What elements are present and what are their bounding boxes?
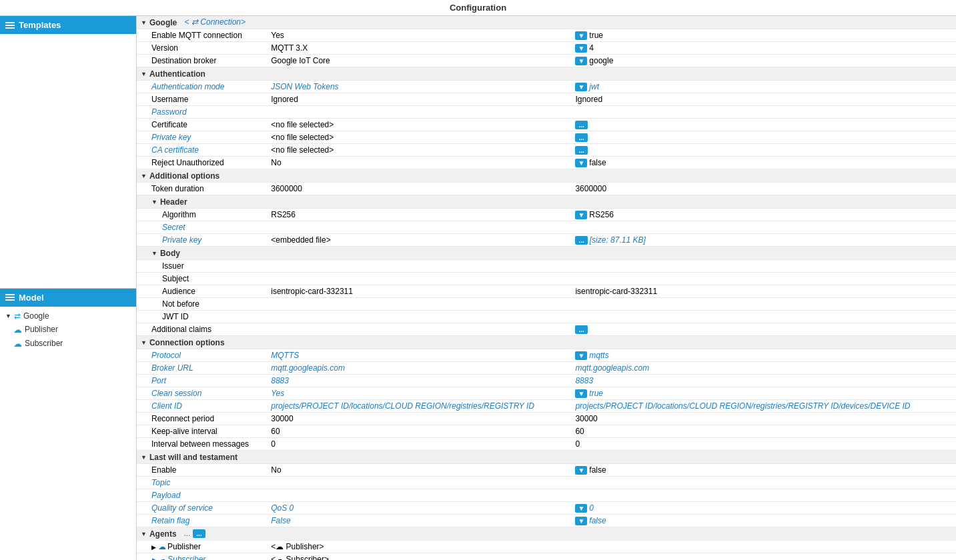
dots-button[interactable]: ... (575, 121, 587, 129)
table-row: Subject (137, 273, 956, 285)
override-value: 60 (575, 427, 584, 436)
field-value-cell: False (267, 515, 571, 527)
triangle-icon: ▼ (141, 454, 147, 461)
field-value-cell: Yes (267, 29, 571, 42)
field-value-cell (267, 273, 571, 285)
field-value-cell (267, 489, 571, 502)
table-row: ▼ Connection options (137, 336, 956, 349)
dots-button[interactable]: ... (575, 236, 587, 245)
field-name-cell: Quality of service (137, 502, 267, 515)
dropdown-button[interactable]: ▼ (575, 57, 587, 65)
dropdown-button[interactable]: ▼ (575, 351, 587, 360)
field-name-cell: Keep-alive interval (137, 425, 267, 438)
table-row: Retain flagFalse▼false (137, 515, 956, 527)
field-override-cell (571, 477, 956, 489)
field-name-cell: Enable MQTT connection (137, 29, 267, 42)
override-value: google (589, 56, 613, 65)
field-override-cell (571, 273, 956, 285)
sidebar-item-publisher[interactable]: ☁ Publisher (0, 323, 136, 337)
sidebar-section-model: Model ▼ ⇄ Google ☁ Publisher ☁ Subscribe… (0, 289, 136, 561)
field-override-cell: ... (571, 131, 956, 144)
sidebar-item-google[interactable]: ▼ ⇄ Google (0, 309, 136, 323)
field-name-cell: Port (137, 375, 267, 387)
field-name-cell: Private key (137, 234, 267, 247)
dropdown-button[interactable]: ▼ (575, 83, 587, 91)
field-name-cell: Audience (137, 285, 267, 298)
sidebar-header-templates[interactable]: Templates (0, 16, 136, 34)
field-name-cell: Protocol (137, 349, 267, 362)
table-row: Payload (137, 489, 956, 502)
field-value-cell: Google IoT Core (267, 55, 571, 67)
field-name-cell: Interval between messages (137, 438, 267, 451)
dots-button[interactable]: ... (575, 146, 587, 155)
section-toggle[interactable]: ▼ Authentication (141, 69, 205, 79)
field-value-cell: MQTTS (267, 349, 571, 362)
dots-button[interactable]: ... (193, 529, 205, 538)
override-value: 8883 (575, 376, 593, 385)
field-value-cell: MQTT 3.X (267, 42, 571, 55)
section-name: Last will and testament (149, 453, 237, 462)
field-override-cell: ... [size: 87.11 KB] (571, 234, 956, 247)
section-toggle[interactable]: ▼ Agents (141, 529, 177, 539)
title-bar: Configuration (0, 0, 956, 16)
dots-button[interactable]: ... (575, 133, 587, 142)
table-row: Interval between messages00 (137, 438, 956, 451)
field-override-cell: ▼4 (571, 42, 956, 55)
model-tree[interactable]: ▼ ⇄ Google ☁ Publisher ☁ Subscriber (0, 307, 136, 561)
dropdown-button[interactable]: ▼ (575, 504, 587, 513)
field-value-cell: QoS 0 (267, 502, 571, 515)
table-row: Clean sessionYes▼true (137, 387, 956, 400)
triangle-icon: ▼ (141, 339, 147, 346)
section-toggle[interactable]: ▼ Header (151, 197, 187, 207)
table-row: ▼ Authentication (137, 67, 956, 81)
field-override-cell: 8883 (571, 375, 956, 387)
section-name: Header (160, 197, 187, 207)
section-toggle[interactable]: ▼ Additional options (141, 171, 219, 181)
dropdown-button[interactable]: ▼ (575, 517, 587, 525)
triangle-icon: ▼ (151, 199, 157, 205)
table-row: Authentication modeJSON Web Tokens▼jwt (137, 81, 956, 93)
dropdown-button[interactable]: ▼ (575, 44, 587, 53)
table-row: ▼ Last will and testament (137, 451, 956, 464)
field-override-cell (571, 541, 956, 553)
table-row: AlgorithmRS256▼RS256 (137, 209, 956, 221)
table-row: UsernameIgnoredIgnored (137, 93, 956, 106)
field-name-cell: CA certificate (137, 144, 267, 157)
field-value-cell: projects/PROJECT ID/locations/CLOUD REGI… (267, 400, 571, 413)
dots-button[interactable]: ... (575, 325, 587, 334)
field-name-cell: Client ID (137, 400, 267, 413)
model-hamburger-icon[interactable] (5, 294, 15, 301)
expand-arrow[interactable]: ▶ (151, 544, 156, 551)
table-row: JWT ID (137, 311, 956, 323)
field-override-cell: ▼RS256 (571, 209, 956, 221)
sidebar-header-model[interactable]: Model (0, 289, 136, 307)
dropdown-button[interactable]: ▼ (575, 211, 587, 219)
dropdown-button[interactable]: ▼ (575, 31, 587, 40)
table-row: ProtocolMQTTS▼mqtts (137, 349, 956, 362)
table-row: ▼ Agents ... ... (137, 527, 956, 541)
table-row: Reject UnauthorizedNo▼false (137, 157, 956, 169)
expand-arrow[interactable]: ▶ (151, 557, 156, 560)
table-row: Topic (137, 477, 956, 489)
section-toggle[interactable]: ▼ Body (151, 249, 180, 258)
override-value: [size: 87.11 KB] (590, 235, 646, 245)
hamburger-icon[interactable] (5, 22, 15, 29)
field-override-cell: ▼false (571, 157, 956, 169)
section-toggle[interactable]: ▼ Last will and testament (141, 453, 237, 462)
dropdown-button[interactable]: ▼ (575, 466, 587, 475)
field-value-cell: <embedded file> (267, 234, 571, 247)
field-value-cell: RS256 (267, 209, 571, 221)
field-value-cell: 30000 (267, 413, 571, 425)
section-name: Authentication (149, 69, 205, 79)
section-toggle[interactable]: ▼ Google (141, 18, 177, 27)
field-name-cell: Authentication mode (137, 81, 267, 93)
sidebar-item-subscriber[interactable]: ☁ Subscriber (0, 337, 136, 351)
table-row: Not before (137, 298, 956, 311)
dropdown-button[interactable]: ▼ (575, 159, 587, 167)
table-row: Issuer (137, 260, 956, 273)
field-value-cell: isentropic-card-332311 (267, 285, 571, 298)
section-toggle[interactable]: ▼ Connection options (141, 338, 225, 347)
override-value: true (589, 389, 603, 398)
field-value-cell (267, 323, 571, 336)
dropdown-button[interactable]: ▼ (575, 389, 587, 398)
